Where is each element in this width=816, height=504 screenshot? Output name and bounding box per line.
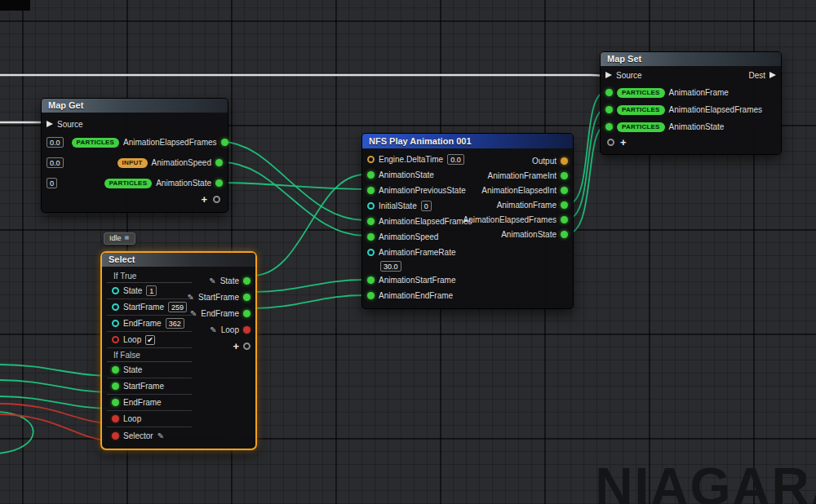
node-nfs-header[interactable]: NFS Play Animation 001 (362, 134, 573, 148)
output-pin[interactable] (561, 172, 568, 179)
input-pin-loop[interactable] (112, 336, 119, 343)
input-pin[interactable] (112, 382, 119, 390)
input-pin[interactable] (112, 320, 119, 327)
add-pin-button[interactable]: + (201, 195, 207, 204)
default-value-box[interactable]: 0 (421, 201, 432, 211)
nfs-output-row: Output (459, 153, 574, 168)
output-label: Output (532, 157, 557, 166)
default-value-box[interactable]: 0.0 (47, 157, 64, 168)
input-pin[interactable] (367, 233, 375, 241)
output-pin-output[interactable] (561, 157, 568, 165)
wire-animationspeed[interactable] (222, 162, 365, 236)
selector-pin[interactable] (112, 432, 119, 440)
output-pin-loop[interactable] (243, 326, 251, 334)
node-select[interactable]: Select If True State 1 StartFrame 259 En… (100, 251, 257, 450)
attribute-label: AnimationElapsedFrames (669, 105, 763, 114)
attribute-label: AnimationElapsedFrames (123, 138, 217, 147)
input-label: Loop (123, 414, 141, 423)
map-get-row: 0.0 PARTICLES AnimationElapsedFrames (42, 132, 228, 153)
output-pin[interactable] (243, 310, 251, 317)
edit-pencil-icon[interactable]: ✎ (190, 309, 197, 318)
output-pin[interactable] (243, 277, 251, 285)
loop-checkbox[interactable] (145, 335, 155, 345)
selector-label: Selector (123, 431, 153, 440)
input-pin-loop[interactable] (112, 415, 119, 422)
input-pin-initialstate[interactable] (367, 202, 375, 210)
input-pin-framerate[interactable] (367, 249, 375, 256)
default-value-box[interactable]: 0.0 (47, 137, 64, 148)
input-pin[interactable] (112, 303, 119, 311)
pin-options-icon[interactable] (213, 196, 220, 203)
output-pin[interactable] (561, 231, 568, 238)
wire-selector[interactable] (0, 414, 111, 440)
node-map-get-header[interactable]: Map Get (42, 99, 228, 113)
node-map-set[interactable]: Map Set Source Dest PARTICLES AnimationF… (600, 51, 782, 155)
namespace-badge-particles: PARTICLES (617, 88, 665, 98)
input-pin[interactable] (112, 287, 119, 294)
select-outputs-column: ✎ State ✎ StartFrame ✎ EndFrame ✎ Loop (183, 272, 255, 354)
input-label: InitialState (379, 201, 417, 210)
input-pin[interactable] (367, 218, 375, 225)
nfs-outputs-column: Output AnimationFrameInt AnimationElapse… (459, 153, 574, 241)
node-map-get[interactable]: Map Get Source 0.0 PARTICLES AnimationEl… (41, 98, 228, 213)
value-box[interactable]: 362 (166, 318, 184, 329)
niagara-graph-canvas[interactable]: NIAGARA Map Get Source (0, 0, 816, 504)
wire-exec-to-map-set[interactable] (0, 75, 605, 76)
input-label: EndFrame (123, 398, 162, 407)
add-pin-button[interactable]: + (620, 138, 627, 147)
source-label: Source (57, 120, 83, 129)
output-pin[interactable] (561, 201, 568, 209)
default-value-box[interactable]: 0 (47, 178, 57, 188)
input-pin[interactable] (112, 366, 119, 374)
pin-options-icon[interactable] (607, 139, 614, 146)
input-pin-deltatime[interactable] (367, 156, 375, 163)
nfs-input-row: AnimationStartFrame (362, 272, 573, 288)
value-box[interactable]: 1 (146, 285, 157, 296)
node-title: Map Get (48, 100, 83, 110)
output-pin[interactable] (561, 216, 568, 223)
nfs-input-subrow: 30.0 (362, 260, 573, 272)
add-pin-button[interactable]: + (233, 342, 239, 351)
input-pin[interactable] (367, 292, 375, 299)
output-pin[interactable] (243, 294, 251, 301)
input-pin[interactable] (605, 89, 613, 96)
input-pin[interactable] (112, 399, 119, 406)
comment-text: Idle (109, 234, 122, 242)
nfs-output-row: AnimationFrame (459, 197, 574, 212)
output-label: EndFrame (201, 309, 239, 318)
exec-source-pin[interactable] (47, 121, 53, 127)
select-output-row: ✎ StartFrame (183, 289, 255, 305)
node-select-header[interactable]: Select (102, 253, 255, 267)
node-nfs-play-animation[interactable]: NFS Play Animation 001 Engine.DeltaTime … (361, 133, 574, 309)
edit-pencil-icon[interactable]: ✎ (210, 325, 216, 334)
select-add-row: + (183, 338, 255, 354)
output-pin[interactable] (215, 159, 223, 166)
edit-pencil-icon[interactable]: ✎ (209, 276, 215, 285)
edit-pencil-icon[interactable]: ✎ (188, 293, 194, 302)
default-value-box[interactable]: 30.0 (380, 261, 401, 272)
wire-false-state[interactable] (0, 365, 111, 376)
node-map-set-header[interactable]: Map Set (601, 52, 781, 66)
edit-pencil-icon[interactable]: ✎ (157, 431, 164, 440)
output-pin[interactable] (215, 179, 223, 187)
wire-corner-arc[interactable] (0, 412, 33, 453)
exec-source-pin[interactable] (605, 72, 612, 78)
pin-options-icon[interactable] (243, 343, 251, 350)
output-pin[interactable] (561, 187, 568, 194)
map-set-row: PARTICLES AnimationState (601, 118, 781, 135)
wire-select-startframe[interactable] (253, 280, 365, 292)
input-pin[interactable] (605, 106, 613, 113)
wire-false-endframe[interactable] (0, 396, 111, 409)
input-pin[interactable] (605, 123, 613, 130)
input-pin[interactable] (367, 171, 375, 179)
wire-select-endframe[interactable] (253, 295, 365, 308)
wire-select-state[interactable] (253, 175, 365, 276)
output-pin[interactable] (221, 139, 228, 146)
input-pin[interactable] (367, 276, 375, 284)
attribute-label: AnimationFrame (669, 88, 729, 97)
exec-dest-pin[interactable] (769, 72, 776, 78)
input-pin[interactable] (367, 187, 375, 194)
wire-false-startframe[interactable] (0, 380, 111, 392)
grid-mini-icon: ▦ (125, 234, 130, 241)
wire-false-loop[interactable] (0, 404, 111, 423)
